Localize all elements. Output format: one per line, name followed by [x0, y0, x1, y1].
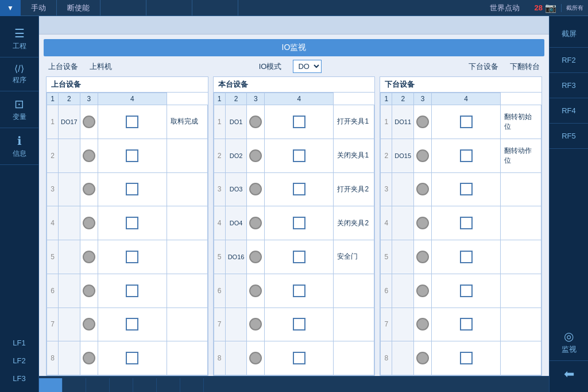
- toggle-cell[interactable]: [432, 341, 501, 375]
- bottom-tab-5[interactable]: [133, 378, 157, 392]
- top-bar-manual[interactable]: 手动: [21, 0, 57, 16]
- toggle-box[interactable]: [293, 318, 305, 330]
- top-bar-tab4[interactable]: [146, 0, 192, 16]
- bottom-tab-4[interactable]: [110, 378, 133, 392]
- top-bar-tab3[interactable]: [100, 0, 146, 16]
- toggle-box[interactable]: [293, 251, 305, 263]
- toggle-cell[interactable]: [98, 240, 167, 274]
- sidebar-lf3[interactable]: LF3: [0, 370, 38, 387]
- toggle-box[interactable]: [460, 318, 473, 330]
- indicator-cell[interactable]: [247, 206, 265, 240]
- toggle-cell[interactable]: [98, 105, 167, 139]
- indicator-cell[interactable]: [247, 308, 265, 341]
- sidebar-item-variable[interactable]: ⊡ 变量: [0, 91, 38, 128]
- bottom-tab-6[interactable]: [157, 378, 180, 392]
- toggle-cell[interactable]: [98, 206, 167, 240]
- top-bar-world[interactable]: 世界点动: [479, 0, 530, 16]
- indicator-cell[interactable]: [414, 308, 432, 341]
- bottom-tab-3[interactable]: [86, 378, 110, 392]
- toggle-box[interactable]: [293, 217, 305, 229]
- indicator-cell[interactable]: [80, 274, 98, 308]
- right-sidebar-rf5[interactable]: RF5: [550, 124, 588, 149]
- sidebar-lf1[interactable]: LF1: [0, 334, 38, 352]
- sidebar-lf2[interactable]: LF2: [0, 352, 38, 370]
- toggle-cell[interactable]: [265, 206, 334, 240]
- toggle-box[interactable]: [293, 352, 305, 364]
- bottom-tab-7[interactable]: [180, 378, 204, 392]
- toggle-box[interactable]: [293, 285, 305, 297]
- toggle-box[interactable]: [126, 251, 138, 263]
- toggle-cell[interactable]: [265, 308, 334, 341]
- toggle-cell[interactable]: [265, 139, 334, 172]
- toggle-cell[interactable]: [98, 308, 167, 341]
- toggle-box[interactable]: [126, 285, 138, 297]
- toggle-box[interactable]: [126, 149, 138, 162]
- indicator-cell[interactable]: [80, 105, 98, 139]
- sidebar-item-program[interactable]: ⟨/⟩ 程序: [0, 57, 38, 91]
- toggle-box[interactable]: [126, 217, 138, 229]
- top-bar-arrow[interactable]: ▼: [0, 0, 21, 16]
- indicator-cell[interactable]: [414, 274, 432, 308]
- toggle-box[interactable]: [460, 183, 473, 195]
- back-button[interactable]: ⬅: [550, 360, 588, 387]
- toggle-cell[interactable]: [98, 172, 167, 206]
- indicator-cell[interactable]: [414, 240, 432, 274]
- toggle-cell[interactable]: [432, 206, 501, 240]
- right-sidebar-rf3[interactable]: RF3: [550, 73, 588, 98]
- indicator-cell[interactable]: [247, 274, 265, 308]
- indicator-cell[interactable]: [247, 240, 265, 274]
- toggle-box[interactable]: [126, 116, 138, 128]
- indicator-cell[interactable]: [414, 172, 432, 206]
- toggle-box[interactable]: [460, 116, 473, 128]
- toggle-cell[interactable]: [432, 139, 501, 172]
- toggle-box[interactable]: [126, 318, 138, 330]
- toggle-cell[interactable]: [265, 105, 334, 139]
- indicator-cell[interactable]: [80, 139, 98, 172]
- indicator-cell[interactable]: [247, 172, 265, 206]
- indicator-cell[interactable]: [80, 172, 98, 206]
- indicator-cell[interactable]: [247, 341, 265, 375]
- toggle-cell[interactable]: [265, 240, 334, 274]
- bottom-tab-1[interactable]: [39, 378, 63, 392]
- indicator-cell[interactable]: [80, 206, 98, 240]
- indicator-cell[interactable]: [247, 139, 265, 172]
- toggle-cell[interactable]: [432, 240, 501, 274]
- io-mode-select[interactable]: DO DI: [293, 60, 322, 73]
- toggle-cell[interactable]: [265, 274, 334, 308]
- right-sidebar-rf4[interactable]: RF4: [550, 98, 588, 124]
- camera-icon[interactable]: 📷: [545, 2, 556, 13]
- indicator-cell[interactable]: [80, 341, 98, 375]
- toggle-cell[interactable]: [98, 139, 167, 172]
- indicator-cell[interactable]: [80, 308, 98, 341]
- toggle-cell[interactable]: [432, 308, 501, 341]
- bottom-tab-2[interactable]: [63, 378, 86, 392]
- toggle-box[interactable]: [460, 285, 473, 297]
- toggle-box[interactable]: [126, 352, 138, 364]
- right-sidebar-rf2[interactable]: RF2: [550, 48, 588, 73]
- indicator-cell[interactable]: [247, 105, 265, 139]
- indicator-cell[interactable]: [80, 240, 98, 274]
- toggle-cell[interactable]: [265, 172, 334, 206]
- menu-label[interactable]: 截所有: [561, 4, 588, 12]
- toggle-cell[interactable]: [432, 274, 501, 308]
- toggle-box[interactable]: [460, 217, 473, 229]
- toggle-box[interactable]: [460, 352, 473, 364]
- toggle-box[interactable]: [293, 116, 305, 128]
- toggle-cell[interactable]: [432, 172, 501, 206]
- sidebar-item-project[interactable]: ☰ 工程: [0, 21, 38, 57]
- monitor-item[interactable]: ◎ 监视: [550, 324, 588, 360]
- toggle-box[interactable]: [293, 183, 305, 195]
- toggle-cell[interactable]: [432, 105, 501, 139]
- toggle-cell[interactable]: [265, 341, 334, 375]
- indicator-cell[interactable]: [414, 105, 432, 139]
- toggle-cell[interactable]: [98, 274, 167, 308]
- right-sidebar-screenshot[interactable]: 截屏: [550, 21, 588, 48]
- top-bar-tab5[interactable]: [192, 0, 238, 16]
- toggle-box[interactable]: [293, 149, 305, 162]
- toggle-box[interactable]: [126, 183, 138, 195]
- indicator-cell[interactable]: [414, 139, 432, 172]
- indicator-cell[interactable]: [414, 206, 432, 240]
- sidebar-item-info[interactable]: ℹ 信息: [0, 128, 38, 165]
- toggle-cell[interactable]: [98, 341, 167, 375]
- toggle-box[interactable]: [460, 251, 473, 263]
